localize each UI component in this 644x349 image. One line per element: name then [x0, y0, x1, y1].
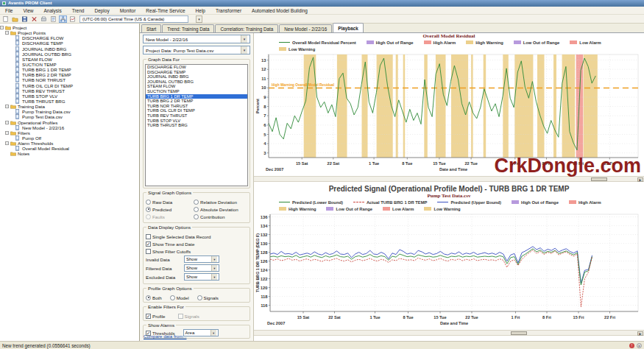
expander-minus-icon[interactable]: - [0, 26, 4, 29]
tree-item-discharge-flow[interactable]: DISCHARGE FLOW [0, 35, 139, 40]
expander-minus-icon[interactable]: - [5, 141, 9, 145]
tab-new-model-2-22-16[interactable]: New Model - 2/22/16 [279, 24, 332, 32]
tab-trend-training-data[interactable]: Trend: Training Data [162, 24, 214, 32]
graph-data-item-turb-brg-1-dr-temp[interactable]: TURB BRG 1 DR TEMP [146, 94, 247, 99]
graph-data-item-turb-brg-2-dr-temp[interactable]: TURB BRG 2 DR TEMP [146, 99, 247, 104]
graph-data-item-discharge-flow[interactable]: DISCHARGE FLOW [146, 65, 247, 70]
checkbox-show-filter-cutoffs[interactable]: Show Filter Cutoffs [146, 249, 191, 254]
radio-faults[interactable]: Faults [146, 214, 191, 219]
tree-item-turb-rev-thrust[interactable]: TURB REV THRUST [0, 88, 139, 94]
tree-item-notes[interactable]: Notes [0, 151, 139, 156]
checkbox-single-selected-data-record[interactable]: Single Selected Data Record [146, 234, 210, 239]
checkbox-profile[interactable]: ✓Profile [146, 314, 166, 319]
expander-minus-icon[interactable]: - [5, 121, 9, 124]
expander-minus-icon[interactable]: - [5, 131, 9, 135]
scrollbar-thumb[interactable] [511, 331, 527, 335]
tree-item-pump-test-data-csv[interactable]: Pump Test Data.csv [0, 114, 139, 119]
timezone-combo[interactable]: (UTC-06:00) Central Time (US & Canada) [79, 15, 188, 23]
tree-item-training-data[interactable]: -Training Data [0, 104, 139, 109]
expander-minus-icon[interactable]: - [5, 31, 9, 35]
open-icon[interactable] [11, 15, 19, 23]
tree-item-steam-flow[interactable]: STEAM FLOW [0, 57, 139, 62]
graph-data-item-journal-inbd-brg[interactable]: JOURNAL INBD BRG [146, 74, 247, 80]
menu-automated-model-building[interactable]: Automated Model Building [247, 8, 313, 13]
radio-model[interactable]: Model [170, 295, 189, 300]
menu-real-time-service[interactable]: Real-Time Service [141, 8, 190, 13]
tree-item-turb-stop-vlv[interactable]: TURB STOP VLV [0, 94, 139, 99]
radio-predicted[interactable]: Predicted [146, 207, 191, 212]
status-alert-icon[interactable]: ! [629, 343, 634, 348]
scrollbar-thumb[interactable] [591, 177, 607, 181]
tab-playback[interactable]: Playback [333, 23, 363, 32]
show-alarms-select[interactable]: Area▾ [183, 329, 219, 336]
tree-item-project-points[interactable]: -Project Points [0, 30, 139, 35]
model-combo[interactable]: New Model - 2/22/16 ▾ [143, 35, 250, 43]
graph-data-item-turb-rev-thrust[interactable]: TURB REV THRUST [146, 113, 247, 119]
menu-transformer[interactable]: Transformer [210, 8, 247, 13]
graph-data-item-turb-oil-clr-di-temp[interactable]: TURB OIL CLR DI TEMP [146, 108, 247, 113]
menu-monitor[interactable]: Monitor [115, 8, 141, 13]
tree-item-project[interactable]: -Project [0, 25, 139, 30]
menu-view[interactable]: View [18, 8, 38, 13]
menu-file[interactable]: File [0, 8, 18, 13]
radio-signals[interactable]: Signals [197, 295, 219, 300]
radio-raw-data[interactable]: Raw Data [146, 200, 191, 205]
radio-both[interactable]: Both [146, 295, 162, 300]
graph-data-item-steam-flow[interactable]: STEAM FLOW [146, 84, 247, 89]
status-close-icon[interactable]: × [637, 343, 642, 348]
radio-absolute-deviation[interactable]: Absolute Deviation [194, 207, 239, 212]
tree-item-alarm-thresholds[interactable]: -Alarm Thresholds [0, 141, 139, 146]
tab-correlation-training-data[interactable]: Correlation: Training Data [215, 24, 278, 32]
chart2-hscrollbar[interactable]: ▶ [254, 330, 644, 336]
predicted-signal-plot[interactable]: 11611812012212412612813013213413615 Sat2… [254, 212, 644, 330]
tree-item-suction-temp[interactable]: SUCTION TEMP [0, 62, 139, 67]
tree-item-turb-thrust-brg[interactable]: TURB THRUST BRG [0, 99, 139, 104]
report-icon[interactable] [49, 15, 57, 23]
tab-start[interactable]: Start [141, 24, 161, 32]
new-file-icon[interactable] [1, 15, 10, 23]
menu-deploy[interactable]: Deploy [89, 8, 114, 13]
chart2-title: Predicted Signal (Operational Profile Mo… [254, 185, 644, 193]
select-invalid-data[interactable]: Show▾ [184, 255, 219, 263]
expander-minus-icon[interactable]: - [5, 105, 9, 108]
menu-help[interactable]: Help [191, 8, 210, 13]
menu-trend[interactable]: Trend [67, 8, 90, 13]
tree-item-new-model-2-22-16[interactable]: New Model - 2/22/16 [0, 125, 139, 130]
tree-item-journal-inbd-brg[interactable]: JOURNAL INBD BRG [0, 46, 139, 52]
tree-item-journal-outbd-brg[interactable]: JOURNAL OUTBD BRG [0, 52, 139, 57]
tree-item-turb-brg-2-dr-temp[interactable]: TURB BRG 2 DR TEMP [0, 72, 139, 77]
tree-item-pump-off[interactable]: Pump Off [0, 135, 139, 141]
graph-data-item-turb-stop-vlv[interactable]: TURB STOP VLV [146, 119, 247, 124]
tree-item-filters[interactable]: -Filters [0, 130, 139, 135]
select-excluded-data[interactable]: Show▾ [184, 273, 219, 281]
compare-data-link[interactable]: Compare data from... [144, 334, 186, 339]
checkbox-show-time-and-date[interactable]: ✓Show Time and Date [146, 242, 194, 247]
tree-item-turb-brg-1-dr-temp[interactable]: TURB BRG 1 DR TEMP [0, 67, 139, 72]
model-builder-icon[interactable] [59, 15, 67, 23]
print-icon[interactable] [40, 15, 48, 23]
tree-item-pump-training-data-csv[interactable]: Pump Training Data.csv [0, 109, 139, 114]
graph-data-item-turb-nor-thrust[interactable]: TURB NOR THRUST [146, 104, 247, 109]
scrollbar-right-arrow-icon[interactable]: ▶ [637, 177, 643, 183]
menu-analysis[interactable]: Analysis [38, 8, 66, 13]
delete-icon[interactable] [30, 15, 38, 23]
tree-item-turb-nor-thrust[interactable]: TURB NOR THRUST [0, 77, 139, 82]
graph-data-item-discharge-temp[interactable]: DISCHARGE TEMP [146, 70, 247, 75]
tree-item-discharge-temp[interactable]: DISCHARGE TEMP [0, 40, 139, 46]
graph-data-item-suction-temp[interactable]: SUCTION TEMP [146, 89, 247, 94]
checkbox-signals[interactable]: Signals [178, 314, 199, 319]
scrollbar-right-arrow-icon[interactable]: ▶ [637, 331, 643, 336]
tree-item-turb-oil-clr-di-temp[interactable]: TURB OIL CLR DI TEMP [0, 83, 139, 88]
radio-relative-deviation[interactable]: Relative Deviation [194, 200, 239, 205]
tree-item-overall-model-residual[interactable]: Overall Model Residual [0, 146, 139, 151]
select-filtered-data[interactable]: Show▾ [184, 264, 219, 272]
graph-data-item-journal-outbd-brg[interactable]: JOURNAL OUTBD BRG [146, 80, 247, 85]
graph-data-item-turb-thrust-brg[interactable]: TURB THRUST BRG [146, 123, 247, 128]
tree-item-operational-profiles[interactable]: -Operational Profiles [0, 120, 139, 125]
timezone-dropdown-arrow-icon[interactable]: ▾ [196, 15, 202, 23]
save-icon[interactable] [21, 15, 29, 23]
graph-data-listbox[interactable]: DISCHARGE FLOWDISCHARGE TEMPJOURNAL INBD… [145, 64, 248, 186]
radio-contribution[interactable]: Contribution [194, 214, 239, 219]
realtime-icon[interactable] [68, 15, 77, 23]
project-data-combo[interactable]: Project Data: Pump Test Data.csv ▾ [143, 46, 250, 54]
